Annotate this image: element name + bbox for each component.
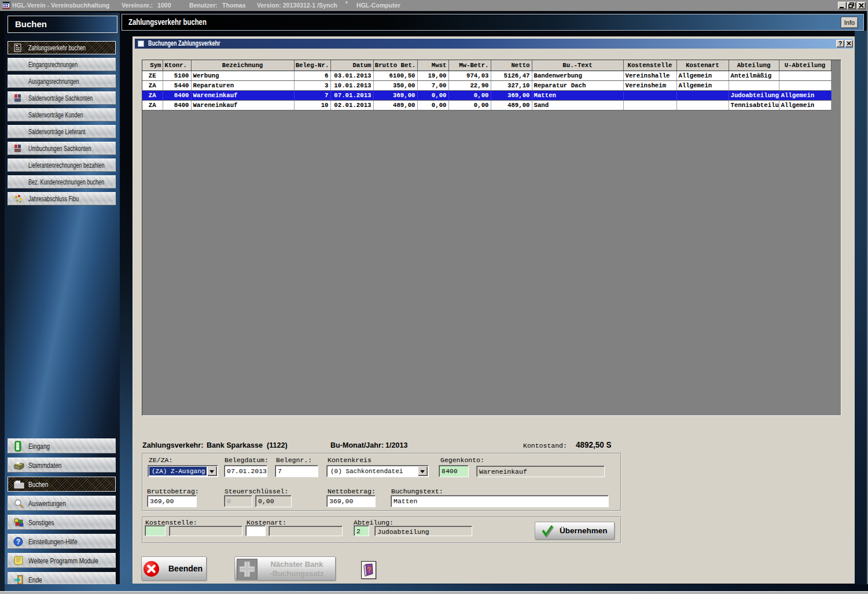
svg-text:?: ? bbox=[16, 538, 20, 546]
svg-text:?: ? bbox=[367, 566, 372, 574]
